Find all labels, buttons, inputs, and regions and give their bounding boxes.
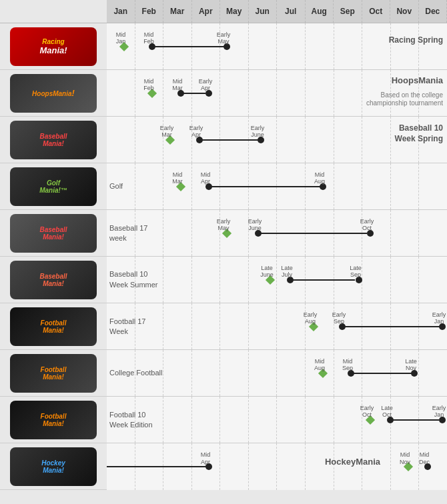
- logo-football-mania-1: FootballMania!: [10, 307, 97, 346]
- football17-label: Football 17 Week: [109, 317, 163, 336]
- logo-hoops-mania: HoopsMania!: [10, 74, 97, 113]
- sidebar-item-football3: FootballMania!: [0, 397, 107, 443]
- sidebar-header-spacer: [0, 0, 107, 23]
- cf-mid-label: MidSep: [342, 358, 353, 373]
- col-jul: [277, 303, 306, 349]
- month-sep: Sep: [334, 0, 362, 23]
- row-baseball17: Baseball 17 week EarlyMay EarlyJune Earl…: [107, 210, 447, 257]
- logo-golf-mania: GolfMania!™: [10, 167, 97, 206]
- col-nov: [391, 210, 420, 256]
- col-may: [220, 350, 249, 396]
- col-jul: [277, 23, 306, 69]
- logo-text: FootballMania!: [41, 413, 67, 427]
- logo-racing-mania: RacingMania!: [10, 27, 97, 66]
- col-dec: [419, 350, 447, 396]
- hoops-mid-label: MidMar: [172, 78, 183, 93]
- col-mar: [163, 303, 192, 349]
- sidebar: RacingMania! HoopsMania! BaseballMania! …: [0, 0, 107, 490]
- b10sum-start-label: LateJune: [260, 265, 274, 279]
- sidebar-item-hoops: HoopsMania!: [0, 70, 107, 117]
- col-jul: [277, 443, 306, 490]
- collegefootball-label: College Football: [109, 368, 163, 377]
- chart-area: Jan Feb Mar Apr May Jun Jul Aug Sep Oct …: [107, 0, 447, 490]
- logo-text: HoopsMania!: [32, 88, 75, 98]
- row-collegefootball: College Football MidAug MidSep LateNov: [107, 350, 447, 397]
- logo-text: GolfMania!™: [39, 179, 67, 194]
- col-aug: [306, 397, 334, 443]
- col-apr: [192, 210, 221, 256]
- month-apr: Apr: [192, 0, 221, 23]
- col-dec: [419, 443, 447, 490]
- golf-start-label: MidMar: [172, 171, 183, 186]
- col-feb: [135, 163, 164, 209]
- month-jun: Jun: [249, 0, 278, 23]
- logo-text: FootballMania!: [41, 366, 67, 381]
- racing-start-label: MidJan: [116, 31, 126, 46]
- col-jan: [107, 117, 135, 163]
- f17-mid-label: EarlySep: [332, 311, 346, 326]
- col-jun: [249, 443, 278, 490]
- col-jun: [249, 23, 278, 69]
- racing-title: Racing Spring: [389, 35, 443, 46]
- col-sep: [334, 397, 363, 443]
- col-apr: [192, 397, 221, 443]
- b17-mid-label: EarlyJune: [248, 218, 262, 233]
- col-oct: [362, 257, 391, 303]
- col-nov: [391, 23, 420, 69]
- col-apr: [192, 257, 221, 303]
- b10sum-mid-label: LateJuly: [281, 265, 293, 279]
- timeline-content: MidJan MidFeb EarlyMay Racing Spring: [107, 23, 447, 490]
- sidebar-item-racing: RacingMania!: [0, 23, 107, 70]
- b10sum-end-label: LateSep: [350, 265, 362, 279]
- racing-line: [152, 46, 227, 47]
- col-nov: [391, 257, 420, 303]
- col-jun: [249, 350, 278, 396]
- main-container: RacingMania! HoopsMania! BaseballMania! …: [0, 0, 447, 490]
- f10-end-label: EarlyJan: [432, 405, 446, 419]
- hockey-line-left: [107, 466, 209, 467]
- col-nov: [391, 163, 420, 209]
- hockey-title: HockeyMania: [325, 457, 380, 468]
- logo-text: BaseballMania!: [39, 226, 67, 241]
- hoops-start-label: MidFeb: [143, 78, 154, 93]
- hockey-diamond-label: MidNov: [400, 451, 410, 466]
- col-apr: [192, 350, 221, 396]
- b10s-line: [199, 139, 261, 141]
- col-oct: [362, 117, 391, 163]
- b10s-title: Baseball 10Week Spring: [395, 123, 443, 144]
- sidebar-item-baseball2: BaseballMania!: [0, 210, 107, 257]
- b10s-end-label: EarlyJune: [251, 125, 265, 139]
- month-aug: Aug: [306, 0, 334, 23]
- logo-text: FootballMania!: [41, 319, 67, 334]
- col-aug: [306, 117, 334, 163]
- col-may: [220, 70, 249, 116]
- col-jul: [277, 397, 306, 443]
- sidebar-item-hockey: HockeyMania!: [0, 443, 107, 490]
- hoops-end-label: EarlyApr: [199, 78, 213, 93]
- row-hoops: MidFeb MidMar EarlyApr HoopsMania Based …: [107, 70, 447, 117]
- b17-line: [258, 233, 367, 234]
- sidebar-item-baseball1: BaseballMania!: [0, 117, 107, 163]
- col-sep: [334, 163, 363, 209]
- row-hockey: MidApr MidNov MidDec HockeyMania: [107, 443, 447, 490]
- col-apr: [192, 303, 221, 349]
- baseball10summer-label: Baseball 10Week Summer: [109, 269, 158, 290]
- col-dec: [419, 163, 447, 209]
- cf-start-label: MidAug: [314, 358, 325, 373]
- month-nov: Nov: [390, 0, 419, 23]
- month-may: May: [220, 0, 249, 23]
- row-baseball10summer: Baseball 10Week Summer LateJune LateJuly…: [107, 257, 447, 303]
- logo-baseball-mania-2: BaseballMania!: [10, 214, 97, 253]
- sidebar-item-football2: FootballMania!: [0, 350, 107, 397]
- col-dec: [419, 257, 447, 303]
- col-jun: [249, 303, 278, 349]
- month-jan: Jan: [107, 0, 135, 23]
- logo-baseball-mania-1: BaseballMania!: [10, 121, 97, 159]
- col-mar: [163, 350, 192, 396]
- b17-end-label: EarlyOct: [360, 218, 374, 233]
- b10sum-line: [290, 279, 355, 281]
- logo-text: HockeyMania!: [41, 459, 65, 474]
- row-football10: Football 10 Week Edition EarlyOct LateOc…: [107, 397, 447, 443]
- col-dec: [419, 210, 447, 256]
- hockey-start-label: MidApr: [201, 451, 211, 466]
